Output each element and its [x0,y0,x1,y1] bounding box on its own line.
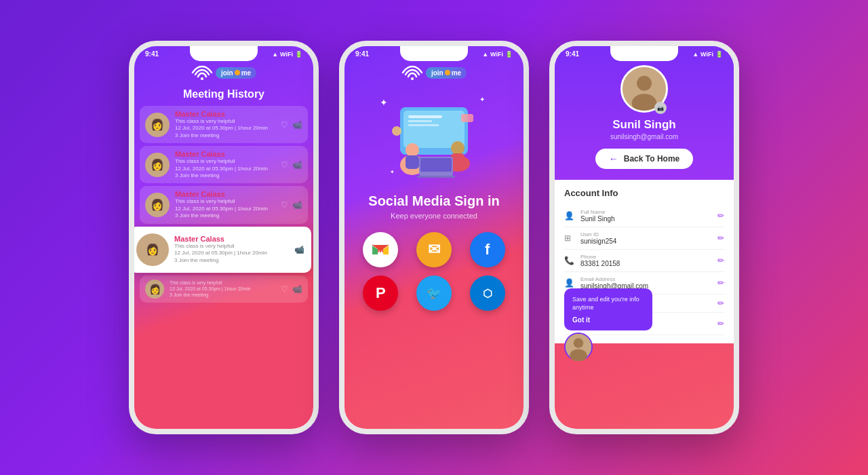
svg-rect-6 [408,124,439,126]
edit-fullname-button[interactable]: ✏ [717,211,724,221]
pinterest-button[interactable]: P [363,276,398,311]
edit-email-button[interactable]: ✏ [717,278,724,288]
phone-meeting-history: 9:41 ▲ WiFi 🔋 join [129,41,319,434]
info-row-userid: ⊞ User ID sunisign254 ✏ [564,227,724,250]
fullname-content: Full Name Sunil Singh [580,209,712,223]
meeting-name-3: Master Calass [175,190,275,198]
join-badge-1: join me [216,67,256,79]
join-badge-2: join me [426,67,467,79]
outlook-button[interactable]: ⬡ [470,276,505,311]
status-icons-3: ▲ WiFi 🔋 [692,51,723,58]
video-icon-highlighted[interactable]: 📹 [294,245,304,254]
phone-profile: 9:41 ▲ WiFi 🔋 📷 [549,41,739,434]
heart-icon-5[interactable]: ♡ [281,284,288,294]
meeting-list: 👩 Master Calass This class is very helpf… [134,106,313,303]
meeting-desc-5: This class is very helpfull13 Jul, 2020 … [170,280,275,298]
phone-notch-3 [610,46,678,61]
wifi-status-icon-3: WiFi [701,51,713,58]
avatar-container: 📷 [620,65,668,114]
battery-icon-2: 🔋 [505,51,513,58]
illustration-svg [380,97,488,178]
avatar-3: 👩 [145,193,170,217]
fullname-value: Sunil Singh [580,215,712,223]
meeting-item-2[interactable]: 👩 Master Calass This class is very helpf… [140,146,308,183]
meeting-info-3: Master Calass This class is very helpful… [175,190,275,219]
phone-notch-1 [190,46,258,61]
avatar-highlighted: 👩 [136,233,169,266]
edit-city-button[interactable]: ✏ [717,299,724,308]
phone-content: Phone 83381 20158 [580,254,712,267]
meeting-item-highlighted[interactable]: 👩 Master Calass This class is very helpf… [130,227,311,273]
back-to-home-button[interactable]: ← Back To Home [595,149,693,169]
svg-rect-16 [461,114,473,122]
tooltip-popup: Save and edit you're info anytime Got it [564,288,652,330]
meeting-name-2: Master Calass [175,150,275,158]
phone-notch-2 [400,46,468,61]
back-home-label: Back To Home [624,154,679,164]
avatar-5: 👩 [145,280,164,299]
gmail-button[interactable]: M [363,232,398,267]
facebook-button[interactable]: f [470,232,505,267]
userid-content: User ID sunisign254 [580,231,712,245]
status-time-2: 9:41 [355,50,369,58]
status-icons-1: ▲ WiFi 🔋 [272,51,302,58]
phone2-illustration: ✦ ✦ ✦ [344,90,524,185]
camera-icon: 📷 [657,105,664,111]
svg-point-1 [411,77,414,80]
meeting-desc-3: This class is very helpfull12 Jul, 2020 … [175,198,275,219]
status-icons-2: ▲ WiFi 🔋 [482,51,513,58]
twitter-button[interactable]: 🐦 [416,276,452,311]
edit-userid-button[interactable]: ✏ [717,233,724,243]
email-icon: ✉ [428,241,440,259]
tooltip-user-avatar [566,332,591,361]
heart-icon-2[interactable]: ♡ [281,160,288,170]
svg-point-25 [570,349,587,361]
meeting-actions-3: ♡ 📹 [281,200,302,210]
userid-value: sunisign254 [580,238,712,245]
video-icon-1[interactable]: 📹 [292,120,302,130]
phone-value: 83381 20158 [580,260,712,267]
svg-point-10 [451,141,465,155]
phone1-background: 9:41 ▲ WiFi 🔋 join [134,46,313,429]
meeting-name-highlighted: Master Calass [174,235,289,243]
twitter-icon: 🐦 [427,286,441,301]
meeting-item-1[interactable]: 👩 Master Calass This class is very helpf… [140,106,308,143]
email-field-icon: 👤 [564,278,575,288]
meeting-info-1: Master Calass This class is very helpful… [175,110,275,139]
meeting-desc-2: This class is very helpfull12 Jul, 2020 … [175,158,275,179]
meeting-item-5[interactable]: 👩 This class is very helpfull13 Jul, 202… [140,276,308,303]
meeting-name-1: Master Calass [175,110,275,118]
phone-label: Phone [580,254,712,260]
profile-name: Sunil Singh [612,118,676,132]
qr-icon: ⊞ [564,233,575,243]
join-label-2: join [431,69,443,77]
profile-header: 📷 Sunil Singh sunilsingh@gmail.com ← Bac… [555,46,734,180]
heart-icon-3[interactable]: ♡ [281,200,288,210]
email-button[interactable]: ✉ [416,232,452,267]
svg-point-8 [406,143,419,157]
video-icon-5[interactable]: 📹 [292,284,302,294]
signal-icon-3: ▲ [692,51,698,58]
meeting-item-3[interactable]: 👩 Master Calass This class is very helpf… [140,186,308,223]
edit-phone-button[interactable]: ✏ [717,256,724,265]
status-time-3: 9:41 [566,50,579,58]
join-dot-2 [445,70,450,75]
gmail-icon: M [371,242,390,257]
userid-label: User ID [580,231,712,238]
tooltip-got-it-button[interactable]: Got it [572,316,644,324]
tooltip-avatar [564,332,593,361]
phone2-background: 9:41 ▲ WiFi 🔋 join me [344,46,524,429]
video-icon-2[interactable]: 📹 [292,160,302,170]
heart-icon-1[interactable]: ♡ [281,120,288,130]
svg-rect-14 [420,158,452,172]
fullname-label: Full Name [580,209,712,215]
svg-rect-4 [408,115,442,118]
edit-zipcode-button[interactable]: ✏ [717,319,724,328]
camera-edit-badge[interactable]: 📷 [654,102,667,114]
svg-point-0 [201,77,203,80]
video-icon-3[interactable]: 📹 [292,200,302,210]
battery-icon-3: 🔋 [715,51,723,58]
social-icons-grid: M ✉ f P 🐦 ⬡ [344,232,524,311]
svg-point-17 [392,126,401,136]
svg-rect-9 [406,155,419,169]
